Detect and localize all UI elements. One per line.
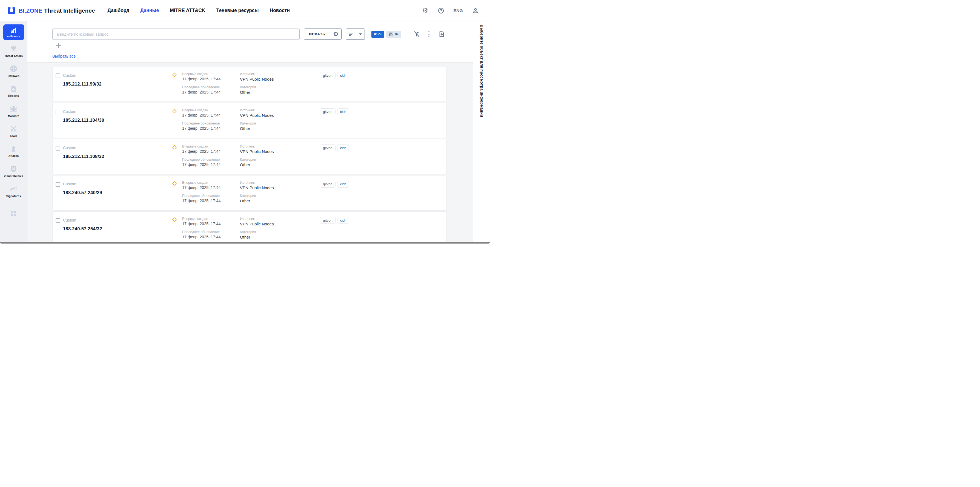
sort-direction-button[interactable] (356, 29, 364, 40)
first-created-value: 17 февр. 2025, 17:44 (182, 149, 240, 154)
source-label: Источник (240, 108, 320, 112)
nav-item-mitre[interactable]: MITRE ATT&CK (170, 8, 205, 13)
top-header: BI.ZONE Threat Intelligence ДашбордДанны… (0, 0, 490, 21)
sort-button[interactable] (346, 29, 356, 40)
indicator-card[interactable]: Custom 185.212.111.108/32 Впервые создан… (52, 139, 447, 174)
sidebar-item-tools[interactable]: Tools (0, 121, 27, 141)
brand-product: Threat Intelligence (44, 7, 95, 14)
sidebar-item-reports[interactable]: Reports (0, 81, 27, 101)
main-nav: ДашбордДанныеMITRE ATT&CKТеневые ресурсы… (108, 8, 290, 13)
grid-squares-icon (10, 210, 17, 217)
tag-chip[interactable]: gitvpn (320, 181, 336, 188)
sidebar-item-label: Attacks (8, 154, 19, 157)
sidebar-item-apps-grid[interactable] (0, 206, 27, 220)
add-row (56, 43, 473, 49)
settings-button[interactable]: ⚙ (422, 7, 428, 14)
row-checkbox[interactable] (56, 182, 60, 187)
sidebar-nav: IndicatorsThreat ActorsDarkwebReportsMal… (0, 21, 27, 244)
sidebar-item-vulnerabilities[interactable]: Vulnerabilities (0, 161, 27, 181)
source-label: Источник (240, 145, 320, 148)
main-content: ИСКАТЬ ⚙ 81 (27, 21, 473, 244)
row-checkbox[interactable] (56, 218, 60, 223)
export-button[interactable] (438, 31, 445, 38)
filter-off-icon (413, 31, 420, 38)
tag-chip[interactable]: cidr (337, 145, 349, 152)
search-settings-button[interactable]: ⚙ (330, 29, 341, 40)
sidebar-item-signatures[interactable]: Signatures (0, 181, 27, 201)
user-button[interactable] (472, 7, 479, 14)
first-created-value: 17 февр. 2025, 17:44 (182, 113, 240, 118)
row-checkbox[interactable] (56, 146, 60, 150)
bug-icon (9, 104, 18, 113)
category-label: Категория (240, 85, 320, 89)
item-type-label: Custom (63, 182, 172, 187)
tag-chip[interactable]: cidr (337, 108, 349, 115)
language-selector[interactable]: ENG (453, 8, 463, 13)
chart-pen-icon (9, 185, 18, 193)
last-updated-label: Последнее обновление (182, 158, 240, 161)
category-label: Категория (240, 194, 320, 198)
tag-chip[interactable]: cidr (337, 181, 349, 188)
sidebar-item-label: Darkweb (8, 75, 19, 78)
sidebar-item-malware[interactable]: Malware (0, 101, 27, 121)
search-button[interactable]: ИСКАТЬ (304, 29, 330, 40)
last-updated-value: 17 февр. 2025, 17:44 (182, 162, 240, 167)
toolbar: ИСКАТЬ ⚙ 81 (52, 29, 473, 40)
more-actions-button[interactable] (428, 31, 430, 38)
source-value: VPN Public Nodes (240, 149, 320, 154)
source-label: Источник (240, 72, 320, 76)
select-all-link[interactable]: Выбрать все (52, 54, 76, 59)
item-value: 185.212.111.104/30 (63, 118, 172, 123)
tag-chip[interactable]: gitvpn (320, 72, 336, 79)
add-search-condition-button[interactable] (56, 43, 61, 48)
tag-chip[interactable]: cidr (337, 72, 349, 79)
indicator-card[interactable]: Custom 188.240.57.240/29 Впервые создан … (52, 175, 447, 210)
item-type-label: Custom (63, 218, 172, 223)
row-checkbox[interactable] (56, 73, 60, 78)
item-value: 185.212.111.99/32 (63, 81, 172, 87)
indicator-count-badge[interactable]: 817+ (371, 31, 384, 38)
indicator-card[interactable]: Custom 188.240.57.254/32 Впервые создан … (52, 211, 447, 244)
nav-item-shadow-resources[interactable]: Теневые ресурсы (216, 8, 259, 13)
search-button-group: ИСКАТЬ ⚙ (304, 29, 342, 40)
indicator-card[interactable]: Custom 185.212.111.99/32 Впервые создан … (52, 67, 447, 102)
brand-logo[interactable]: BI.ZONE Threat Intelligence (7, 6, 95, 15)
sidebar-item-indicators[interactable]: Indicators (3, 24, 24, 40)
first-created-value: 17 февр. 2025, 17:44 (182, 77, 240, 81)
help-button[interactable] (438, 7, 444, 14)
nav-item-dashboard[interactable]: Дашборд (108, 8, 130, 13)
tag-chip[interactable]: cidr (337, 217, 349, 224)
archive-box-icon (389, 32, 393, 37)
source-value: VPN Public Nodes (240, 113, 320, 118)
diamond-outline-icon (172, 145, 177, 150)
crossed-swords-icon (9, 125, 18, 133)
last-updated-value: 17 февр. 2025, 17:44 (182, 235, 240, 240)
sidebar-item-label: Indicators (7, 35, 20, 38)
sidebar-item-threat-actors[interactable]: Threat Actors (0, 41, 27, 61)
nav-item-data[interactable]: Данные (140, 8, 159, 13)
diamond-outline-icon (172, 109, 177, 113)
indicator-card[interactable]: Custom 185.212.111.104/30 Впервые создан… (52, 103, 447, 138)
source-value: VPN Public Nodes (240, 222, 320, 226)
search-input[interactable] (52, 29, 300, 40)
item-value: 185.212.111.108/32 (63, 154, 172, 159)
window-bottom-edge (0, 242, 490, 244)
header-actions: ⚙ ENG (422, 7, 479, 14)
category-value: Other (240, 198, 320, 203)
tag-chip[interactable]: gitvpn (320, 217, 336, 224)
selected-count-badge[interactable]: 0+ (386, 31, 401, 38)
sidebar-item-attacks[interactable]: Attacks (0, 141, 27, 161)
nav-item-news[interactable]: Новости (270, 8, 290, 13)
tag-chip[interactable]: gitvpn (320, 108, 336, 115)
last-updated-label: Последнее обновление (182, 230, 240, 234)
clear-filter-button[interactable] (413, 31, 420, 38)
category-label: Категория (240, 121, 320, 125)
category-label: Категория (240, 230, 320, 234)
triangle-down-icon (358, 32, 363, 37)
sidebar-item-darkweb[interactable]: Darkweb (0, 61, 27, 81)
toolbar-section: ИСКАТЬ ⚙ 81 (27, 21, 473, 62)
last-updated-label: Последнее обновление (182, 194, 240, 198)
kebab-menu-icon (428, 31, 430, 38)
row-checkbox[interactable] (56, 110, 60, 114)
tag-chip[interactable]: gitvpn (320, 145, 336, 152)
